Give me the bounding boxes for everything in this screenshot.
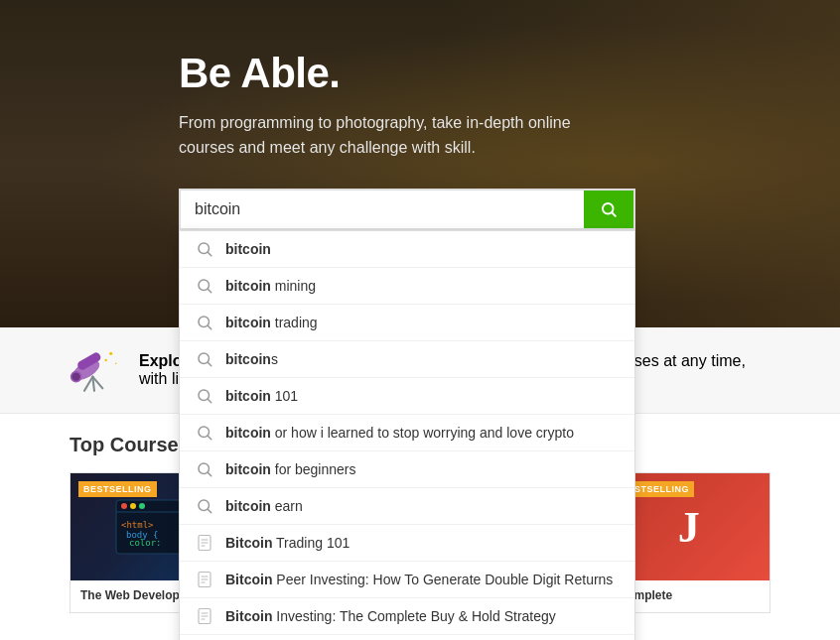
suggestion-text: bitcoin or how i learned to stop worryin… <box>225 425 574 441</box>
svg-line-17 <box>208 509 210 512</box>
svg-point-12 <box>199 427 210 438</box>
autocomplete-item-course-trading101[interactable]: Bitcoin Trading 101 <box>180 525 634 562</box>
svg-point-10 <box>199 390 210 401</box>
hero-title: Be Able. <box>179 50 840 97</box>
suggestion-text: bitcoin mining <box>225 278 316 294</box>
search-suggestion-icon <box>196 497 213 515</box>
search-suggestion-icon <box>196 277 213 295</box>
svg-line-7 <box>208 325 210 328</box>
suggestion-text: bitcoin earn <box>225 498 303 514</box>
svg-point-42 <box>115 363 117 365</box>
suggestion-text: bitcoins <box>225 351 278 367</box>
search-suggestion-icon <box>196 350 213 368</box>
svg-point-2 <box>199 243 210 254</box>
search-bar <box>179 189 635 230</box>
svg-point-6 <box>199 317 210 327</box>
hero-subtitle: From programming to photography, take in… <box>179 111 596 161</box>
svg-point-41 <box>104 359 107 362</box>
search-suggestion-icon <box>196 240 213 258</box>
course-suggestion-text: Bitcoin Trading 101 <box>225 535 350 551</box>
svg-line-11 <box>208 399 210 402</box>
autocomplete-item-trading[interactable]: bitcoin trading <box>180 305 634 341</box>
svg-point-40 <box>109 352 112 355</box>
svg-point-4 <box>199 280 210 291</box>
autocomplete-item-101[interactable]: bitcoin 101 <box>180 378 634 415</box>
autocomplete-item-course-investing[interactable]: Bitcoin Investing: The Complete Buy & Ho… <box>180 598 634 635</box>
course-suggestion-text: Bitcoin Peer Investing: How To Generate … <box>225 572 613 587</box>
telescope-icon <box>70 345 119 395</box>
svg-point-47 <box>139 503 145 509</box>
autocomplete-item-course-peer[interactable]: Bitcoin Peer Investing: How To Generate … <box>180 562 634 598</box>
suggestion-text: bitcoin <box>225 241 271 257</box>
hero-content: Be Able. From programming to photography… <box>0 0 840 230</box>
svg-line-37 <box>84 377 92 391</box>
hero-section: Be Able. From programming to photography… <box>0 0 840 327</box>
svg-point-36 <box>71 372 81 382</box>
autocomplete-item-crypto[interactable]: bitcoin or how i learned to stop worryin… <box>180 415 634 451</box>
search-container: bitcoin bitcoin mining bitcoin trading <box>179 189 635 230</box>
svg-line-5 <box>208 289 210 292</box>
search-button[interactable] <box>584 191 633 228</box>
autocomplete-dropdown: bitcoin bitcoin mining bitcoin trading <box>179 230 635 640</box>
autocomplete-item-bitcoins[interactable]: bitcoins <box>180 341 634 378</box>
autocomplete-item-bitcoin[interactable]: bitcoin <box>180 231 634 268</box>
svg-line-1 <box>612 212 615 215</box>
search-icon <box>600 200 618 218</box>
svg-text:color:: color: <box>129 538 162 548</box>
autocomplete-item-beginners[interactable]: bitcoin for beginners <box>180 451 634 488</box>
document-icon <box>196 607 213 625</box>
search-input[interactable] <box>181 191 584 228</box>
suggestion-text: bitcoin trading <box>225 315 318 330</box>
svg-point-14 <box>199 463 210 474</box>
svg-line-13 <box>208 436 210 439</box>
document-icon <box>196 571 213 588</box>
svg-text:<html>: <html> <box>121 520 154 530</box>
svg-point-8 <box>199 353 210 364</box>
search-suggestion-icon <box>196 314 213 331</box>
suggestion-text: bitcoin for beginners <box>225 461 356 477</box>
svg-line-9 <box>208 362 210 365</box>
svg-point-16 <box>199 500 210 511</box>
bestseller-badge: BESTSELLING <box>78 481 157 497</box>
autocomplete-item-course-affiliate[interactable]: Bitcoin Affiliate Mastery: Earn Bitcoins… <box>180 635 634 640</box>
search-suggestion-icon <box>196 387 213 405</box>
svg-line-15 <box>208 472 210 475</box>
search-suggestion-icon <box>196 460 213 478</box>
j-letter: J <box>678 502 700 553</box>
search-suggestion-icon <box>196 424 213 442</box>
document-icon <box>196 534 213 552</box>
suggestion-text: bitcoin 101 <box>225 388 298 404</box>
svg-point-46 <box>130 503 136 509</box>
autocomplete-item-earn[interactable]: bitcoin earn <box>180 488 634 525</box>
course-suggestion-text: Bitcoin Investing: The Complete Buy & Ho… <box>225 608 556 624</box>
svg-line-3 <box>208 252 210 255</box>
svg-point-45 <box>121 503 127 509</box>
autocomplete-item-mining[interactable]: bitcoin mining <box>180 268 634 305</box>
